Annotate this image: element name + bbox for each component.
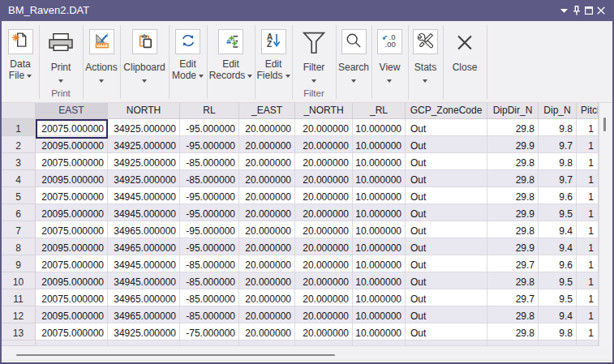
svg-text:.00: .00 <box>384 40 395 49</box>
svg-text:Z: Z <box>267 40 272 49</box>
